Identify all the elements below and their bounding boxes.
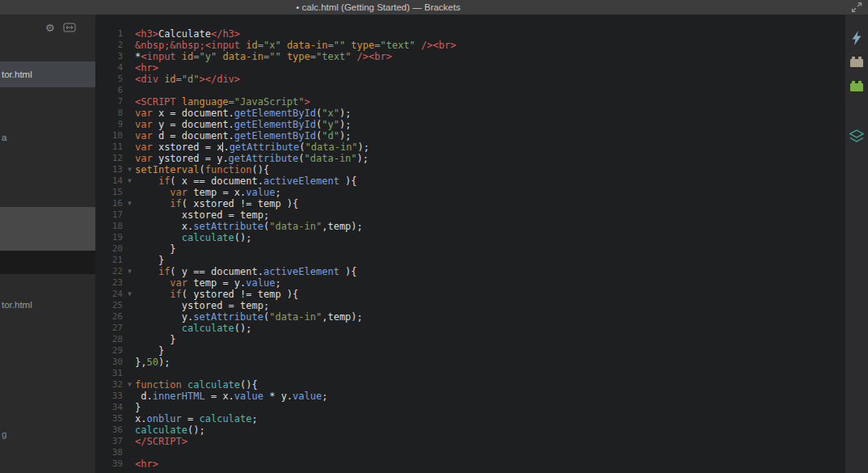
code-text: x.onblur = calculate; [135, 413, 845, 424]
code-token: if [158, 175, 170, 187]
code-token: temp = x. [188, 187, 246, 198]
sidebar-item[interactable]: tor.html [2, 300, 32, 310]
code-line[interactable]: 36calculate(); [95, 424, 845, 436]
code-token: calculate [200, 413, 252, 424]
line-number: 22 [95, 266, 124, 277]
line-number: 1 [95, 28, 124, 40]
code-token: } [135, 345, 164, 357]
line-number: 13 [95, 164, 124, 175]
code-line[interactable]: 15 var temp = x.value; [95, 187, 845, 198]
line-number: 26 [95, 311, 124, 323]
fold-arrow-icon[interactable]: ▼ [124, 164, 135, 175]
line-number: 30 [95, 357, 124, 368]
code-line[interactable]: 1<h3>Calculate</h3> [95, 28, 845, 40]
code-text: } [135, 334, 845, 345]
code-line[interactable]: 12var ystored = y.getAttribute("data-in"… [95, 153, 845, 164]
sidebar-item[interactable]: a [2, 133, 6, 142]
code-line[interactable]: 29 } [95, 345, 845, 357]
fold-spacer [124, 153, 135, 164]
code-text: calculate(); [135, 232, 845, 243]
code-token: function [205, 164, 252, 175]
code-text: } [135, 345, 845, 357]
extension-teal-layers-icon[interactable] [849, 129, 864, 144]
fold-spacer [124, 96, 135, 108]
code-text: },50); [135, 357, 845, 368]
sidebar-item-active-file[interactable]: tor.html [0, 61, 95, 87]
code-editor[interactable]: 1<h3>Calculate</h3>2&nbsp;&nbsp;<input i… [95, 15, 845, 473]
code-line[interactable]: 25 ystored = temp; [95, 300, 845, 311]
fold-spacer [124, 141, 135, 153]
fold-spacer [124, 28, 135, 40]
code-line[interactable]: 33 d.innerHTML = x.value * y.value; [95, 391, 845, 402]
line-number: 9 [95, 119, 124, 130]
code-line[interactable]: 38 [95, 447, 845, 458]
split-view-icon[interactable] [63, 21, 76, 36]
code-line[interactable]: 9var y = document.getElementById("y"); [95, 119, 845, 130]
code-line[interactable]: 31 [95, 368, 845, 379]
code-line[interactable]: 10var d = document.getElementById("d"); [95, 130, 845, 141]
sidebar-item[interactable]: g [2, 429, 6, 439]
code-line[interactable]: 8var x = document.getElementById("x"); [95, 108, 845, 119]
code-token: var [135, 130, 153, 141]
code-token: </SCRIPT> [135, 436, 188, 447]
code-line[interactable]: 3*<input id="y" data-in="" type="text" /… [95, 51, 845, 62]
code-line[interactable]: 11var xstored = x.getAttribute("data-in"… [95, 141, 845, 153]
code-line[interactable]: 24▼ if( ystored != temp ){ [95, 289, 845, 300]
code-token: activeElement [263, 175, 339, 187]
code-line[interactable]: 16▼ if( xstored != temp ){ [95, 198, 845, 209]
fold-arrow-icon[interactable]: ▼ [124, 175, 135, 187]
code-line[interactable]: 4<hr> [95, 62, 845, 74]
code-line[interactable]: 19 calculate(); [95, 232, 845, 243]
line-number: 39 [95, 458, 124, 470]
code-line[interactable]: 37</SCRIPT> [95, 436, 845, 447]
code-line[interactable]: 35x.onblur = calculate; [95, 413, 845, 424]
code-token: ystored = y. [153, 153, 229, 164]
code-line[interactable]: 22▼ if( y == document.activeElement ){ [95, 266, 845, 277]
expand-icon[interactable] [851, 2, 862, 13]
code-token: = x. [205, 391, 234, 402]
code-token: type= [345, 40, 380, 51]
extension-manager-icon[interactable] [849, 56, 864, 70]
live-preview-icon[interactable] [849, 31, 864, 45]
code-line[interactable]: 39<hr> [95, 458, 845, 470]
fold-spacer [124, 424, 135, 436]
fold-spacer [124, 357, 135, 368]
code-text [135, 368, 845, 379]
code-line[interactable]: 20 } [95, 243, 845, 255]
code-line[interactable]: 13▼setInterval(function(){ [95, 164, 845, 175]
code-token: "text" [381, 40, 415, 51]
code-token: type= [281, 51, 316, 62]
fold-spacer [124, 62, 135, 74]
code-line[interactable]: 32▼function calculate(){ [95, 379, 845, 391]
fold-arrow-icon[interactable]: ▼ [124, 379, 135, 391]
code-text: var temp = y.value; [135, 277, 845, 289]
extension-green-brick-icon[interactable] [849, 80, 864, 95]
line-number: 7 [95, 96, 124, 108]
code-line[interactable]: 34} [95, 402, 845, 413]
code-line[interactable]: 7<SCRIPT language="JavaScript"> [95, 96, 845, 108]
code-token: value [246, 277, 275, 289]
code-token: "data-in" [269, 311, 322, 323]
code-line[interactable]: 17 xstored = temp; [95, 209, 845, 221]
code-line[interactable]: 2&nbsp;&nbsp;<input id="x" data-in="" ty… [95, 40, 845, 51]
code-line[interactable]: 18 x.setAttribute("data-in",temp); [95, 221, 845, 232]
fold-arrow-icon[interactable]: ▼ [124, 289, 135, 300]
code-line[interactable]: 14▼ if( x == document.activeElement ){ [95, 175, 845, 187]
code-line[interactable]: 23 var temp = y.value; [95, 277, 845, 289]
fold-spacer [124, 323, 135, 334]
code-line[interactable]: 5<div id="d"></div> [95, 74, 845, 85]
code-token: <hr> [135, 458, 158, 470]
code-line[interactable]: 26 y.setAttribute("data-in",temp); [95, 311, 845, 323]
line-number: 31 [95, 368, 124, 379]
code-line[interactable]: 30},50); [95, 357, 845, 368]
code-line[interactable]: 6 [95, 85, 845, 96]
code-line[interactable]: 21 } [95, 255, 845, 266]
code-token: <input [141, 51, 182, 62]
code-token [135, 187, 170, 198]
fold-arrow-icon[interactable]: ▼ [124, 266, 135, 277]
code-line[interactable]: 27 calculate(); [95, 323, 845, 334]
code-line[interactable]: 28 } [95, 334, 845, 345]
code-token [135, 277, 170, 289]
gear-icon[interactable]: ⚙ [45, 23, 55, 34]
fold-arrow-icon[interactable]: ▼ [124, 198, 135, 209]
